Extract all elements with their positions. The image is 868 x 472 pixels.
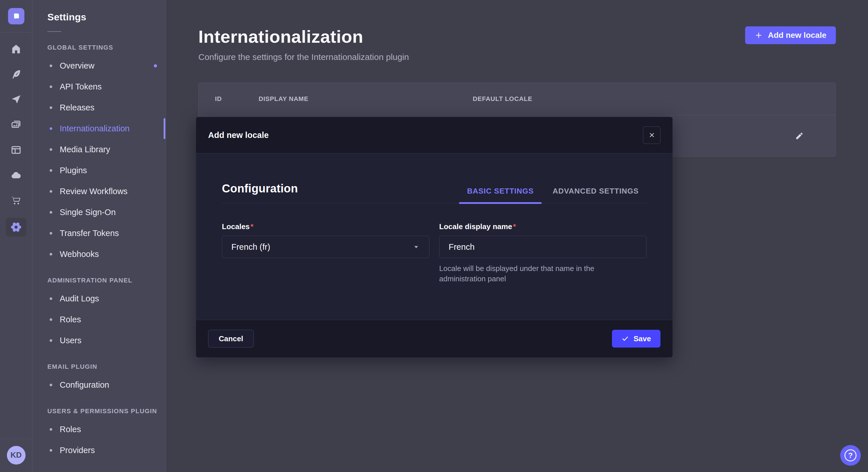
locale-form-row: Locales* French (fr) Locale display name… xyxy=(222,222,647,284)
close-modal-button[interactable] xyxy=(643,127,660,144)
display-name-label: Locale display name* xyxy=(439,222,647,231)
save-button[interactable]: Save xyxy=(612,330,660,347)
settings-tabs: BASIC SETTINGS ADVANCED SETTINGS xyxy=(459,187,647,203)
tab-basic-settings[interactable]: BASIC SETTINGS xyxy=(459,187,541,203)
configuration-section-head: Configuration BASIC SETTINGS ADVANCED SE… xyxy=(222,154,647,203)
configuration-title: Configuration xyxy=(222,182,298,203)
chevron-down-icon xyxy=(412,243,420,250)
display-name-hint: Locale will be displayed under that name… xyxy=(439,263,637,284)
display-name-input[interactable] xyxy=(448,242,637,252)
add-locale-modal: Add new locale Configuration BASIC SETTI… xyxy=(196,117,673,357)
tab-advanced-settings[interactable]: ADVANCED SETTINGS xyxy=(545,187,647,203)
modal-title: Add new locale xyxy=(208,131,269,140)
save-label: Save xyxy=(633,334,651,343)
locales-select-value: French (fr) xyxy=(231,242,270,252)
cancel-button[interactable]: Cancel xyxy=(208,330,254,347)
modal-header: Add new locale xyxy=(196,117,673,154)
close-icon xyxy=(648,132,655,138)
check-icon xyxy=(621,335,629,342)
display-name-field: Locale display name* Locale will be disp… xyxy=(439,222,647,284)
locales-field: Locales* French (fr) xyxy=(222,222,429,284)
locales-label: Locales* xyxy=(222,222,429,231)
required-mark: * xyxy=(251,222,253,231)
strapi-settings-page: KD Settings GLOBAL SETTINGSOverviewAPI T… xyxy=(0,0,868,472)
required-mark: * xyxy=(513,222,516,231)
modal-body: Configuration BASIC SETTINGS ADVANCED SE… xyxy=(196,154,673,320)
display-name-label-text: Locale display name xyxy=(439,222,512,231)
modal-footer: Cancel Save xyxy=(196,320,673,357)
locales-label-text: Locales xyxy=(222,222,250,231)
locales-select[interactable]: French (fr) xyxy=(222,236,429,258)
display-name-input-wrap xyxy=(439,236,647,258)
